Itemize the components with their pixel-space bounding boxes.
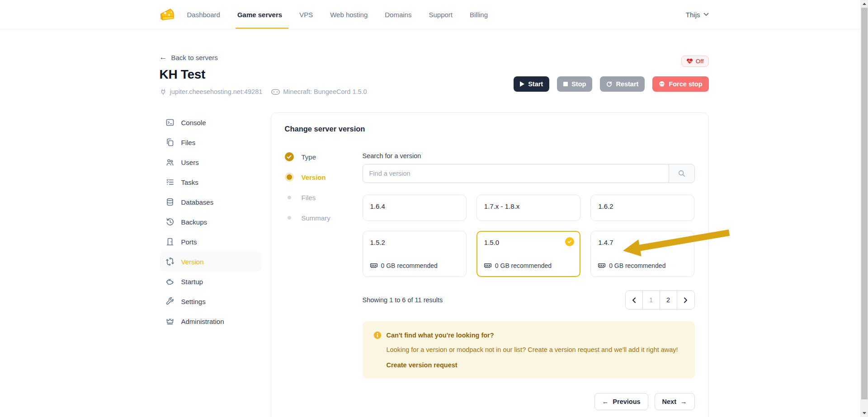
version-title: 1.4.7 bbox=[598, 239, 687, 246]
start-button[interactable]: Start bbox=[514, 76, 549, 92]
sidebar-label: Files bbox=[181, 139, 196, 146]
database-icon bbox=[165, 197, 175, 206]
search-input[interactable] bbox=[363, 164, 669, 183]
version-card-1-5-2[interactable]: 1.5.2 0 GB recommended bbox=[363, 231, 467, 277]
vertical-scrollbar[interactable] bbox=[860, 0, 868, 417]
nav-item-billing[interactable]: Billing bbox=[470, 0, 488, 29]
pagination: 1 2 bbox=[625, 290, 695, 309]
version-card-1-4-7[interactable]: 1.4.7 0 GB recommended bbox=[590, 231, 694, 277]
scrollbar-up-arrow[interactable] bbox=[860, 0, 868, 8]
nav-item-support[interactable]: Support bbox=[429, 0, 453, 29]
page-header-right: Off Start Stop Restart bbox=[514, 53, 708, 95]
card-title: Change server version bbox=[285, 125, 695, 133]
chevron-left-icon bbox=[632, 297, 636, 303]
history-icon bbox=[165, 217, 175, 226]
server-game-text: Minecraft: BungeeCord 1.5.0 bbox=[283, 88, 367, 95]
sidebar-item-tasks[interactable]: Tasks bbox=[160, 172, 262, 192]
sidebar-label: Users bbox=[181, 159, 199, 166]
gamepad-icon bbox=[271, 89, 280, 95]
pagination-page-2[interactable]: 2 bbox=[660, 291, 677, 309]
pagination-prev-button[interactable] bbox=[626, 291, 643, 309]
version-grid: 1.6.4 1.7.x - 1.8.x 1.6.2 1.5.2 bbox=[363, 195, 695, 277]
create-version-request-link[interactable]: Create version request bbox=[387, 361, 458, 369]
search-icon bbox=[678, 169, 686, 178]
engine-icon bbox=[165, 277, 175, 286]
sidebar-item-backups[interactable]: Backups bbox=[160, 212, 262, 232]
sidebar-item-databases[interactable]: Databases bbox=[160, 192, 262, 212]
scrollbar-thumb[interactable] bbox=[861, 8, 868, 399]
sidebar-item-ports[interactable]: Ports bbox=[160, 232, 262, 252]
back-label: Back to servers bbox=[171, 54, 218, 61]
version-card-1-6-4[interactable]: 1.6.4 bbox=[363, 195, 467, 221]
stop-button[interactable]: Stop bbox=[557, 76, 592, 92]
search-button[interactable] bbox=[669, 164, 694, 183]
step-version[interactable]: Version bbox=[285, 173, 349, 182]
selected-check-icon bbox=[565, 237, 574, 246]
sidebar-item-files[interactable]: Files bbox=[160, 132, 262, 152]
sidebar-item-settings[interactable]: Settings bbox=[160, 291, 262, 311]
skull-icon bbox=[659, 81, 665, 87]
status-text: Off bbox=[696, 58, 704, 65]
sidebar-item-administration[interactable]: Administration bbox=[160, 311, 262, 331]
pagination-page-1[interactable]: 1 bbox=[643, 291, 660, 309]
sidebar-item-startup[interactable]: Startup bbox=[160, 272, 262, 291]
server-sidebar: Console Files Users bbox=[160, 112, 262, 331]
version-title: 1.6.2 bbox=[598, 202, 687, 210]
step-label: Version bbox=[302, 173, 326, 181]
server-address: jupiter.cheesehosting.net:49281 bbox=[160, 88, 263, 95]
terminal-icon bbox=[165, 118, 175, 127]
nav-item-dashboard[interactable]: Dashboard bbox=[187, 0, 220, 29]
info-body: Looking for a version or modpack not in … bbox=[387, 345, 684, 354]
right-arrow-icon: → bbox=[680, 398, 687, 405]
cheese-logo-icon[interactable] bbox=[160, 7, 175, 22]
top-navigation: Dashboard Game servers VPS Web hosting D… bbox=[0, 0, 868, 29]
change-version-card: Change server version Type Version bbox=[271, 112, 709, 417]
sidebar-item-version[interactable]: Version bbox=[160, 252, 262, 272]
page-header: ← Back to servers KH Test jupiter.cheese… bbox=[160, 53, 709, 95]
memory-icon bbox=[370, 263, 377, 268]
nav-item-vps[interactable]: VPS bbox=[299, 0, 313, 29]
memory-icon bbox=[484, 263, 491, 268]
force-stop-label: Force stop bbox=[669, 80, 702, 88]
search-label: Search for a version bbox=[363, 152, 695, 159]
force-stop-button[interactable]: Force stop bbox=[652, 76, 708, 92]
scrollbar-down-arrow[interactable] bbox=[860, 409, 868, 417]
back-to-servers-link[interactable]: ← Back to servers bbox=[160, 53, 367, 62]
restart-button[interactable]: Restart bbox=[600, 76, 645, 92]
next-label: Next bbox=[662, 398, 676, 405]
info-title: Can't find what you're looking for? bbox=[387, 332, 494, 339]
nav-item-domains[interactable]: Domains bbox=[385, 0, 411, 29]
plug-icon bbox=[160, 88, 167, 95]
ram-text: 0 GB recommended bbox=[381, 262, 438, 269]
sidebar-label: Databases bbox=[181, 198, 214, 206]
step-type[interactable]: Type bbox=[285, 152, 349, 161]
version-card-1-7x-1-8x[interactable]: 1.7.x - 1.8.x bbox=[476, 195, 580, 221]
step-active-icon bbox=[285, 173, 294, 182]
version-card-1-6-2[interactable]: 1.6.2 bbox=[590, 195, 694, 221]
version-card-1-5-0-selected[interactable]: 1.5.0 0 GB recommended bbox=[476, 231, 580, 277]
account-menu[interactable]: Thijs bbox=[686, 11, 709, 19]
step-files[interactable]: Files bbox=[285, 193, 349, 202]
step-label: Files bbox=[302, 194, 316, 201]
play-icon bbox=[520, 81, 524, 87]
pagination-next-button[interactable] bbox=[677, 291, 694, 309]
version-request-info-box: Can't find what you're looking for? Look… bbox=[363, 321, 695, 379]
ram-recommendation: 0 GB recommended bbox=[598, 262, 687, 269]
page-number: 1 bbox=[649, 296, 653, 304]
memory-icon bbox=[598, 263, 605, 268]
version-title: 1.5.2 bbox=[370, 239, 459, 246]
step-summary[interactable]: Summary bbox=[285, 213, 349, 222]
sidebar-label: Administration bbox=[181, 318, 224, 325]
step-pending-icon bbox=[285, 213, 294, 222]
nav-label: Domains bbox=[385, 11, 411, 19]
stop-label: Stop bbox=[571, 80, 586, 88]
sidebar-item-users[interactable]: Users bbox=[160, 152, 262, 172]
next-button[interactable]: Next → bbox=[655, 393, 695, 410]
nav-item-web-hosting[interactable]: Web hosting bbox=[330, 0, 368, 29]
step-label: Summary bbox=[302, 214, 330, 222]
nav-item-game-servers[interactable]: Game servers bbox=[237, 0, 282, 29]
account-name: Thijs bbox=[686, 11, 700, 19]
version-search bbox=[363, 164, 695, 183]
previous-button[interactable]: ← Previous bbox=[594, 393, 648, 410]
sidebar-item-console[interactable]: Console bbox=[160, 112, 262, 132]
